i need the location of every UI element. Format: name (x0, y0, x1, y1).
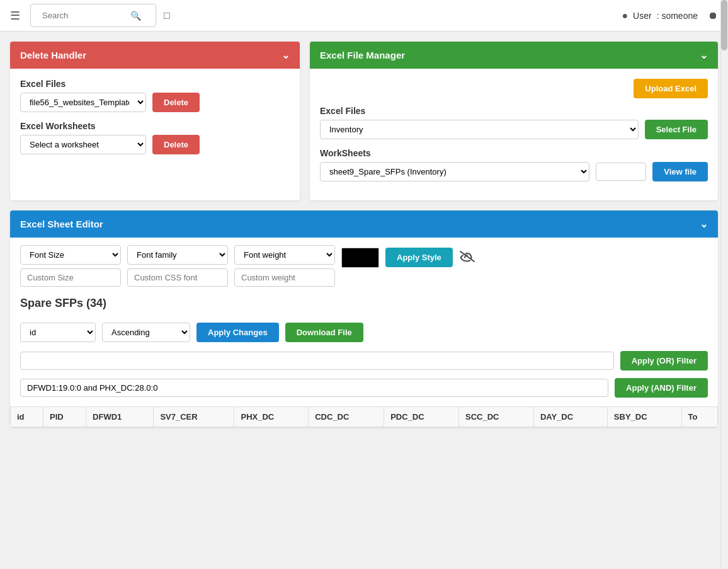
sheet-editor-header: Excel Sheet Editor ⌄ (10, 210, 718, 238)
upload-excel-button[interactable]: Upload Excel (634, 79, 708, 98)
sort-row: id Ascending Descending Apply Changes Do… (10, 318, 718, 347)
rows-input[interactable]: 10000 (596, 163, 646, 181)
font-size-select[interactable]: Font Size 8101214 (20, 245, 121, 265)
efm-excel-files-group: Excel Files Inventory Select File (320, 106, 708, 139)
or-filter-button[interactable]: Apply (OR) Filter (620, 351, 708, 371)
menu-icon[interactable]: ☰ (10, 9, 20, 23)
delete-worksheet-button[interactable]: Delete (152, 135, 200, 154)
col-cdc-dc: CDC_DC (309, 407, 384, 427)
delete-handler-header: Delete Handler ⌄ (10, 42, 300, 69)
color-picker[interactable] (341, 248, 379, 268)
efm-sheets-row: sheet9_Spare_SFPs (Inventory) 10000 View… (320, 162, 708, 181)
excel-file-manager-title: Excel File Manager (320, 50, 405, 60)
excel-files-select[interactable]: file56_5_websites_Template (20, 93, 146, 112)
efm-files-row: Inventory Select File (320, 120, 708, 139)
apply-style-button[interactable]: Apply Style (385, 248, 453, 267)
excel-worksheets-group: Excel Worksheets Select a worksheet Dele… (20, 121, 290, 154)
upload-row: Upload Excel (320, 79, 708, 98)
efm-worksheets-label: WorkSheets (320, 148, 708, 158)
top-navigation: ☰ 🔍 □ ● User : someone ⏺ (0, 0, 728, 32)
col-scc-dc: SCC_DC (459, 407, 534, 427)
editor-toolbar: Font Size 8101214 Font family ArialTimes… (10, 238, 718, 292)
excel-file-manager-body: Upload Excel Excel Files Inventory Selec… (310, 69, 718, 200)
table-header-row: id PID DFWD1 SV7_CER PHX_DC CDC_DC PDC_D… (11, 407, 718, 427)
efm-excel-files-select[interactable]: Inventory (320, 120, 639, 139)
scrollbar-track[interactable] (720, 0, 728, 447)
font-weight-select[interactable]: Font weight NormalBold (234, 245, 335, 265)
worksheet-select[interactable]: Select a worksheet (20, 135, 146, 154)
and-filter-button[interactable]: Apply (AND) Filter (615, 378, 708, 398)
user-section: ● User : someone ⏺ (622, 10, 718, 21)
font-family-select[interactable]: Font family ArialTimes New Roman (127, 245, 228, 265)
sheet-editor-title: Excel Sheet Editor (20, 219, 103, 229)
col-to: To (681, 407, 717, 427)
excel-worksheets-label: Excel Worksheets (20, 121, 290, 131)
sheet-title: Spare SFPs (34) (10, 292, 718, 318)
efm-worksheet-select[interactable]: sheet9_Spare_SFPs (Inventory) (320, 162, 589, 181)
and-filter-row: DFWD1:19.0:0 and PHX_DC:28.0:0 Apply (AN… (10, 374, 718, 401)
font-weight-group: Font weight NormalBold (234, 245, 335, 287)
custom-size-input[interactable] (20, 268, 121, 287)
delete-handler-body: Excel Files file56_5_websites_Template D… (10, 69, 300, 173)
excel-file-manager-chevron[interactable]: ⌄ (700, 49, 708, 61)
search-box: 🔍 (30, 4, 156, 27)
col-sby-dc: SBY_DC (607, 407, 681, 427)
table-head: id PID DFWD1 SV7_CER PHX_DC CDC_DC PDC_D… (11, 407, 718, 427)
sheet-editor-panel: Excel Sheet Editor ⌄ Font Size 8101214 F… (10, 210, 718, 427)
sheet-editor-chevron[interactable]: ⌄ (700, 218, 708, 230)
sort-order-select[interactable]: Ascending Descending (102, 323, 190, 342)
and-filter-input[interactable]: DFWD1:19.0:0 and PHX_DC:28.0:0 (20, 379, 608, 397)
delete-handler-panel: Delete Handler ⌄ Excel Files file56_5_we… (10, 42, 300, 200)
col-phx-dc: PHX_DC (234, 407, 309, 427)
view-file-button[interactable]: View file (652, 162, 708, 181)
col-id: id (11, 407, 43, 427)
font-size-group: Font Size 8101214 (20, 245, 121, 287)
main-content: Delete Handler ⌄ Excel Files file56_5_we… (0, 32, 728, 447)
eye-slash-icon[interactable] (459, 250, 475, 267)
col-sv7cer: SV7_CER (154, 407, 234, 427)
efm-worksheets-group: WorkSheets sheet9_Spare_SFPs (Inventory)… (320, 148, 708, 181)
excel-file-manager-header: Excel File Manager ⌄ (310, 42, 718, 69)
or-filter-input[interactable] (20, 352, 614, 370)
top-panel-row: Delete Handler ⌄ Excel Files file56_5_we… (10, 42, 718, 200)
download-file-button[interactable]: Download File (285, 323, 363, 342)
col-pid: PID (43, 407, 86, 427)
user-name: : someone (657, 11, 698, 21)
or-filter-row: Apply (OR) Filter (10, 347, 718, 374)
user-label: User (633, 11, 652, 21)
data-table: id PID DFWD1 SV7_CER PHX_DC CDC_DC PDC_D… (10, 406, 718, 427)
user-icon: ● (622, 10, 628, 21)
excel-files-group: Excel Files file56_5_websites_Template D… (20, 79, 290, 112)
apply-style-group: Apply Style (341, 245, 475, 268)
col-dfwd1: DFWD1 (86, 407, 154, 427)
excel-files-row: file56_5_websites_Template Delete (20, 93, 290, 112)
excel-file-manager-panel: Excel File Manager ⌄ Upload Excel Excel … (310, 42, 718, 200)
sort-field-select[interactable]: id (20, 323, 96, 342)
font-family-group: Font family ArialTimes New Roman (127, 245, 228, 287)
apply-area: Apply Style (385, 248, 453, 267)
power-icon[interactable]: ⏺ (708, 10, 718, 21)
col-pdc-dc: PDC_DC (384, 407, 459, 427)
scrollbar-thumb[interactable] (721, 0, 727, 50)
custom-weight-input[interactable] (234, 268, 335, 287)
apply-changes-button[interactable]: Apply Changes (196, 323, 279, 342)
excel-worksheets-row: Select a worksheet Delete (20, 135, 290, 154)
delete-handler-title: Delete Handler (20, 50, 86, 60)
search-icon: 🔍 (130, 11, 141, 21)
col-day-dc: DAY_DC (533, 407, 607, 427)
expand-icon[interactable]: □ (164, 10, 170, 21)
delete-handler-chevron[interactable]: ⌄ (282, 49, 290, 61)
delete-file-button[interactable]: Delete (152, 93, 200, 112)
data-table-wrapper: id PID DFWD1 SV7_CER PHX_DC CDC_DC PDC_D… (10, 406, 718, 427)
excel-files-label: Excel Files (20, 79, 290, 89)
search-input[interactable] (36, 7, 130, 24)
efm-excel-files-label: Excel Files (320, 106, 708, 116)
select-file-button[interactable]: Select File (645, 120, 708, 139)
custom-css-font-input[interactable] (127, 268, 228, 287)
